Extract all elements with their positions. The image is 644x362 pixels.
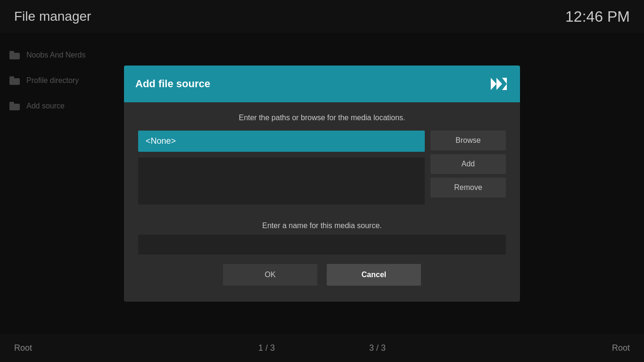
footer-page-left: 1 / 3 xyxy=(258,343,275,353)
path-input-row xyxy=(138,131,425,152)
ok-button[interactable]: OK xyxy=(223,264,317,286)
footer-page-right: 3 / 3 xyxy=(369,343,386,353)
app-title: File manager xyxy=(14,9,91,24)
dialog-header: Add file source xyxy=(124,66,520,102)
name-label: Enter a name for this media source. xyxy=(138,222,506,230)
footer: Root 1 / 3 3 / 3 Root xyxy=(0,334,644,362)
action-buttons: Browse Add Remove xyxy=(430,131,506,213)
remove-button[interactable]: Remove xyxy=(430,178,506,197)
kodi-logo xyxy=(489,74,509,94)
footer-center: 1 / 3 3 / 3 xyxy=(258,343,386,353)
cancel-button[interactable]: Cancel xyxy=(327,264,421,286)
footer-right: Root xyxy=(612,343,630,353)
dialog-footer: OK Cancel xyxy=(138,264,506,290)
svg-marker-1 xyxy=(496,78,502,90)
dialog-description: Enter the paths or browse for the media … xyxy=(138,114,506,122)
browse-button[interactable]: Browse xyxy=(430,131,506,150)
dialog-body: Enter the paths or browse for the media … xyxy=(124,102,520,302)
add-file-source-dialog: Add file source Enter the paths or brows… xyxy=(124,66,520,302)
svg-marker-2 xyxy=(502,78,507,90)
footer-left: Root xyxy=(14,343,32,353)
clock: 12:46 PM xyxy=(565,8,630,25)
path-input[interactable] xyxy=(138,131,425,152)
header: File manager 12:46 PM xyxy=(0,0,644,33)
name-input[interactable] xyxy=(138,235,506,255)
add-button[interactable]: Add xyxy=(430,154,506,174)
svg-marker-0 xyxy=(491,78,496,90)
paths-section: Browse Add Remove xyxy=(138,131,506,213)
path-list-area xyxy=(138,157,425,205)
paths-column xyxy=(138,131,425,213)
overlay: Add file source Enter the paths or brows… xyxy=(0,33,644,334)
dialog-title: Add file source xyxy=(135,78,210,90)
